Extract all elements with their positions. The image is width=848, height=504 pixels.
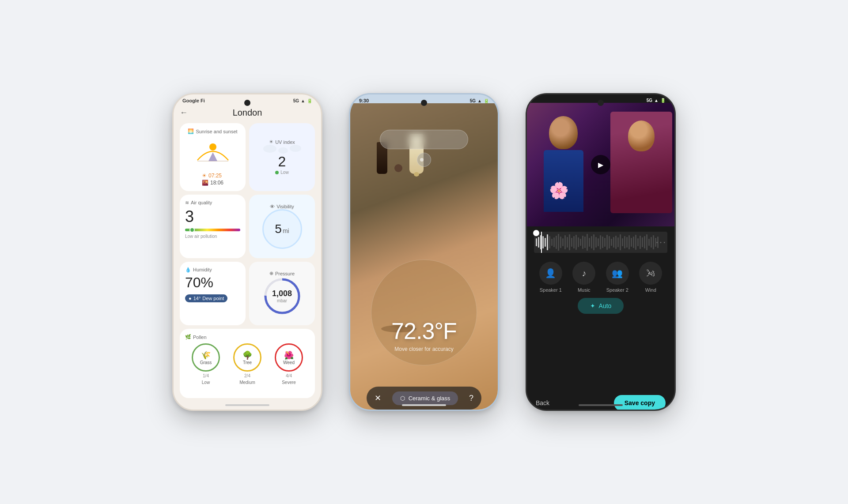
svg-point-0	[209, 143, 216, 150]
pressure-icon: ⊕	[269, 271, 273, 276]
vis-circle: 5 mi	[262, 209, 302, 249]
small-circle-indicator	[417, 153, 431, 167]
pres-value: 1,008	[272, 289, 292, 298]
frosted-top-bar	[380, 130, 468, 149]
uv-clouds	[263, 145, 301, 154]
pollen-tree-item: 🌳 Tree 2/4 Medium	[233, 343, 261, 385]
svg-marker-2	[208, 152, 217, 161]
time-label: 9:30	[359, 98, 369, 103]
status-icons-2: 5G ▲ 🔋	[470, 98, 489, 103]
pres-title: ⊕ Pressure	[269, 271, 295, 276]
person2-head	[628, 120, 655, 151]
speaker1-button[interactable]: 👤	[539, 262, 562, 285]
uv-sub: Low	[280, 170, 288, 175]
wind-label: Wind	[645, 287, 656, 293]
editor-timeline: • • •	[527, 226, 674, 256]
phone-temperature: 9:30 5G ▲ 🔋	[349, 93, 499, 411]
source-speaker2: 👥 Speaker 2	[606, 262, 629, 293]
tree-fraction: 2/4	[244, 373, 250, 378]
help-button[interactable]: ?	[469, 394, 473, 403]
play-button[interactable]: ▶	[591, 155, 610, 174]
vis-title: 👁 Visibility	[270, 204, 294, 209]
camera-notch	[244, 100, 250, 106]
hum-value: 70%	[185, 275, 240, 291]
phone-editor: 5G ▲ 🔋 🌸	[526, 93, 676, 411]
carrier-label: Google Fi	[182, 98, 205, 103]
pres-unit: mbar	[277, 298, 287, 303]
speaker1-label: Speaker 1	[540, 287, 562, 293]
weed-fraction: 4/4	[286, 373, 292, 378]
music-button[interactable]: ♪	[572, 262, 595, 285]
tree-name: Tree	[243, 360, 252, 365]
pressure-card: ⊕ Pressure 1,008 mbar	[249, 262, 315, 326]
small-coaster	[394, 164, 402, 172]
signal-bars-icon: ▲	[301, 98, 305, 103]
back-button[interactable]: ←	[180, 108, 188, 117]
timeline-track[interactable]: • • •	[534, 232, 667, 253]
dew-point-icon: ●	[189, 296, 192, 301]
sunrise-title: 🌅 Sunrise and sunset	[188, 128, 237, 134]
auto-icon: ✦	[590, 302, 595, 309]
sunrise-time: ☀ 07:25	[202, 173, 223, 179]
uv-indicator-dot	[275, 171, 279, 174]
signal-bars-icon-2: ▲	[477, 98, 482, 103]
flower-element: 🌸	[549, 181, 569, 200]
source-music: ♪ Music	[572, 262, 595, 293]
pollen-grass-item: 🌾 Grass 1/4 Low	[192, 343, 220, 385]
editor-bottom-bar: Back Save copy	[527, 390, 674, 411]
dew-point-value: 14°	[193, 296, 201, 301]
uv-card: ☀ UV index 2 Low	[249, 123, 315, 191]
air-quality-card: ≋ Air quality 3 Low air pollution	[180, 195, 246, 258]
person1	[534, 116, 593, 220]
status-icons-3: 5G ▲ 🔋	[647, 98, 666, 103]
close-button[interactable]: ✕	[375, 393, 381, 403]
wind-button[interactable]: 🌬	[639, 262, 662, 285]
dew-point-badge: ● 14° Dew point	[185, 294, 227, 302]
source-icons: 👤 Speaker 1 ♪ Music 👥 Speaker 2 🌬	[527, 256, 674, 294]
timeline-cursor	[541, 232, 542, 253]
speaker2-button[interactable]: 👥	[606, 262, 629, 285]
aq-bar	[185, 229, 240, 231]
grass-name: Grass	[200, 360, 212, 365]
city-title: London	[233, 108, 262, 118]
timeline-dots: • • •	[656, 240, 666, 245]
sunrise-icon-small: ☀	[202, 173, 207, 179]
auto-button[interactable]: ✦ Auto	[578, 298, 624, 314]
temp-value: 72.3°F	[391, 318, 457, 344]
camera-notch-3	[598, 100, 604, 106]
humidity-icon: 💧	[185, 267, 191, 273]
temp-hint: Move closer for accuracy	[391, 346, 457, 352]
grass-level: Low	[202, 380, 210, 385]
weather-grid: 🌅 Sunrise and sunset ☀ 07:25	[180, 123, 315, 398]
save-copy-button[interactable]: Save copy	[614, 395, 666, 411]
camera-notch-2	[421, 100, 427, 106]
tree-icon: 🌳	[242, 350, 252, 360]
aq-indicator	[189, 227, 195, 233]
material-button[interactable]: ⬡ Ceramic & glass	[392, 391, 458, 405]
dew-point-label: Dew point	[202, 296, 224, 301]
hum-title: 💧 Humidity	[185, 267, 240, 273]
signal-label-3: 5G	[647, 98, 652, 103]
signal-bars-icon-3: ▲	[654, 98, 659, 103]
source-wind: 🌬 Wind	[639, 262, 662, 293]
pollen-weed-ring: 🌺 Weed	[275, 343, 303, 372]
grass-fraction: 1/4	[203, 373, 209, 378]
pollen-tree-ring: 🌳 Tree	[233, 343, 261, 372]
pollen-weed-item: 🌺 Weed 4/4 Severe	[275, 343, 303, 385]
pressure-gauge: 1,008 mbar	[262, 276, 302, 316]
person1-body	[544, 150, 583, 212]
person2	[610, 112, 672, 213]
vis-unit: mi	[283, 227, 289, 234]
video-couple-content: 🌸 ▶	[527, 103, 674, 226]
battery-icon-2: 🔋	[484, 98, 489, 103]
visibility-card: 👁 Visibility 5 mi	[249, 195, 315, 258]
sunset-time: 🌇 18:06	[202, 180, 223, 186]
back-button-editor[interactable]: Back	[536, 399, 549, 406]
uv-title: ☀ UV index	[269, 139, 295, 145]
weather-header: ← London	[180, 106, 315, 120]
music-icon: ♪	[582, 268, 586, 278]
humidity-card: 💧 Humidity 70% ● 14° Dew point	[180, 262, 246, 326]
auto-label: Auto	[599, 302, 612, 309]
pollen-icon: 🌿	[185, 334, 191, 340]
home-bar-2	[402, 404, 446, 406]
